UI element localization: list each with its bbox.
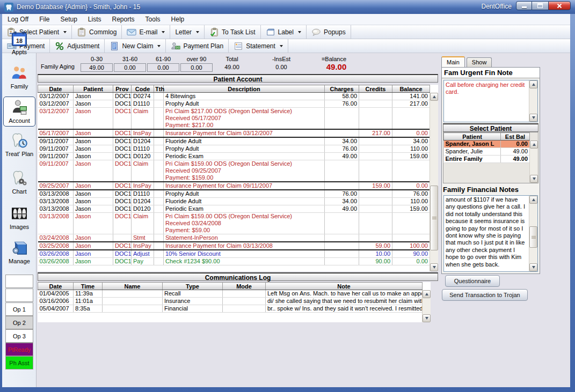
toolbar-button-commlog[interactable]: Commlog xyxy=(72,25,122,39)
account-column-header[interactable]: Balance xyxy=(392,85,430,93)
menu-item-file[interactable]: File xyxy=(34,14,55,24)
select-patient-scrollbar-track[interactable] xyxy=(530,149,538,175)
commlog-scrollbar[interactable] xyxy=(422,290,431,322)
toolbar-button-adjustment[interactable]: Adjustment xyxy=(50,39,105,53)
account-row[interactable]: 09/11/2007JasonDOC1D1110Prophy Adult76.0… xyxy=(38,145,430,153)
module-family[interactable]: Family xyxy=(2,64,37,90)
toolbar-button-popups[interactable]: Popups xyxy=(307,25,351,39)
operatory-slot[interactable] xyxy=(5,275,33,288)
op-cell-op-2[interactable]: Op 2 xyxy=(5,316,33,329)
account-scrollbar[interactable] xyxy=(430,93,438,271)
select-patient-row[interactable]: Entire Family49.00 xyxy=(444,156,530,163)
maximize-button[interactable] xyxy=(532,1,548,10)
commlog-column-header[interactable]: Time xyxy=(74,283,103,290)
menu-item-lists[interactable]: Lists xyxy=(83,14,107,24)
account-row[interactable]: 03/12/2007JasonDOC1ClaimPri Claim $217.0… xyxy=(38,108,430,130)
account-row[interactable]: 03/13/2008JasonDOC1ClaimPri Claim $159.0… xyxy=(38,213,430,234)
menu-item-tools[interactable]: Tools xyxy=(140,14,166,24)
module-account[interactable]: Account xyxy=(3,97,35,127)
menu-item-reports[interactable]: Reports xyxy=(107,14,140,24)
commlog-scrollbar-up-button[interactable] xyxy=(423,290,431,298)
toolbar-button-new-claim[interactable]: New Claim xyxy=(105,39,166,53)
urgent-note-scrollbar-track[interactable] xyxy=(529,88,537,114)
account-row[interactable]: 09/11/2007JasonDOC1D0120Periodic Exam49.… xyxy=(38,153,430,160)
toolbar-button-letter[interactable]: Letter xyxy=(170,25,205,39)
account-row[interactable]: 09/11/2007JasonDOC1D1204Fluoride Adult34… xyxy=(38,137,430,145)
toolbar-button-e-mail[interactable]: E-mail xyxy=(122,25,170,39)
module-chart[interactable]: Chart xyxy=(2,169,37,195)
commlog-row[interactable]: 01/04/200511:39aRecallLeft Msg on Ans. M… xyxy=(38,290,423,298)
dropdown-arrow-icon[interactable] xyxy=(280,45,283,47)
urgent-note-scrollbar-down-button[interactable] xyxy=(529,114,537,122)
op-cell-op-3[interactable]: Op 3 xyxy=(5,329,33,343)
tab-show[interactable]: Show xyxy=(467,57,492,67)
account-scrollbar-thumb[interactable] xyxy=(430,186,438,250)
commlog-column-header[interactable]: Type xyxy=(163,283,223,290)
urgent-note-scrollbar[interactable] xyxy=(529,80,537,122)
account-row[interactable]: 09/25/2007JasonDOC1InsPayInsurance Payme… xyxy=(38,182,430,190)
urgent-note-scrollbar-up-button[interactable] xyxy=(529,80,537,88)
operatory-slot[interactable] xyxy=(5,289,33,302)
minimize-button[interactable] xyxy=(516,1,532,10)
account-row[interactable]: 03/13/2008JasonDOC1D1204Fluoride Adult34… xyxy=(38,198,430,205)
menu-item-setup[interactable]: Setup xyxy=(55,14,82,24)
commlog-column-header[interactable]: Mode xyxy=(223,283,266,290)
op-cell-ph-asst[interactable]: Ph Asst xyxy=(5,356,33,369)
account-row[interactable]: 03/12/2007JasonDOC1D1110Prophy Adult76.0… xyxy=(38,100,430,108)
account-column-header[interactable]: Description xyxy=(164,85,325,93)
account-column-header[interactable]: Code xyxy=(132,85,154,93)
account-row[interactable]: 09/11/2007JasonDOC1ClaimPri Claim $159.0… xyxy=(38,160,430,182)
module-manage[interactable]: Manage xyxy=(2,239,37,264)
select-patient-scrollbar[interactable] xyxy=(529,140,538,183)
toolbar-button-to-task-list[interactable]: To Task List xyxy=(205,25,260,39)
account-row[interactable]: 03/12/2007JasonDOC1D02744 Bitewings58.00… xyxy=(38,93,430,100)
financial-notes-scrollbar-track[interactable] xyxy=(529,204,537,263)
account-column-header[interactable]: Patient xyxy=(74,85,113,93)
select-patient-scrollbar-up-button[interactable] xyxy=(530,140,538,149)
select-patient-scrollbar-down-button[interactable] xyxy=(530,175,538,183)
account-row[interactable]: 03/25/2008JasonDOC1InsPayInsurance Payme… xyxy=(38,242,430,250)
account-row[interactable]: 03/13/2008JasonDOC1D1110Prophy Adult76.0… xyxy=(38,190,430,198)
financial-notes-scrollbar-down-button[interactable] xyxy=(529,263,537,271)
questionnaire-button[interactable]: Questionnaire xyxy=(445,275,500,287)
financial-notes-box[interactable]: amount of $1107 if we have any questions… xyxy=(443,195,538,272)
account-scrollbar-down-button[interactable] xyxy=(430,263,438,271)
select-patient-column-header[interactable]: Patient xyxy=(444,133,501,140)
account-row[interactable]: 03/24/2008JasonStmtStatement-InPerson xyxy=(38,234,430,242)
account-row[interactable]: 05/17/2007JasonDOC1InsPayInsurance Payme… xyxy=(38,129,430,137)
commlog-row[interactable]: 03/16/200611:01aInsurancedi/ she called … xyxy=(38,298,423,305)
financial-notes-scrollbar-thumb[interactable] xyxy=(529,226,537,248)
module-appts[interactable]: 18Appts xyxy=(2,30,37,55)
dropdown-arrow-icon[interactable] xyxy=(157,45,161,47)
title-bar[interactable]: Demo Database {Admin} - Smith, John - 15… xyxy=(0,0,575,14)
dropdown-arrow-icon[interactable] xyxy=(298,31,301,33)
urgent-note-box[interactable]: Call before charging her credit card. xyxy=(443,80,538,122)
select-patient-column-header[interactable]: Est Bal xyxy=(501,133,530,140)
financial-notes-scrollbar-up-button[interactable] xyxy=(529,196,537,204)
account-column-header[interactable]: Charges xyxy=(325,85,359,93)
close-button[interactable] xyxy=(548,1,571,10)
dropdown-arrow-icon[interactable] xyxy=(162,31,165,33)
module-treat-plan[interactable]: Treat' Plan xyxy=(2,132,37,157)
account-scrollbar-track[interactable] xyxy=(430,101,438,263)
account-scrollbar-up-button[interactable] xyxy=(430,93,438,101)
module-images[interactable]: Images xyxy=(2,205,37,230)
op-cell-op-1[interactable]: Op 1 xyxy=(5,302,33,316)
commlog-row[interactable]: 05/04/20078:35aFinancialbr.. spoke w/ In… xyxy=(38,305,423,313)
toolbar-button-label[interactable]: Label xyxy=(261,25,307,39)
financial-notes-scrollbar[interactable] xyxy=(529,196,537,271)
toolbar-button-payment-plan[interactable]: Payment Plan xyxy=(166,39,229,53)
select-patient-row[interactable]: Spander, Julie49.00 xyxy=(444,148,530,156)
tab-main[interactable]: Main xyxy=(441,56,465,67)
dropdown-arrow-icon[interactable] xyxy=(63,31,67,33)
commlog-column-header[interactable]: Date xyxy=(38,283,74,290)
toolbar-button-statement[interactable]: Statement xyxy=(229,39,288,53)
account-row[interactable]: 03/13/2008JasonDOC1D0120Periodic Exam49.… xyxy=(38,205,430,213)
commlog-scrollbar-down-button[interactable] xyxy=(423,314,431,322)
op-cell-ptready[interactable]: PtReady xyxy=(5,343,33,356)
account-column-header[interactable]: Prov xyxy=(113,85,132,93)
menu-item-log-off[interactable]: Log Off xyxy=(2,14,34,24)
select-patient-row[interactable]: Spander, Jason L0.00 xyxy=(444,140,530,148)
account-column-header[interactable]: Date xyxy=(38,85,74,93)
dropdown-arrow-icon[interactable] xyxy=(196,31,199,33)
